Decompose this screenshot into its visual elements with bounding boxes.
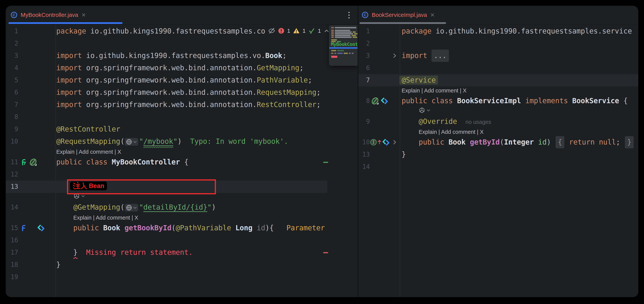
code-line[interactable]: 14 @GetMapping( "detailById/{id}") [6,201,358,214]
folded-imports[interactable]: ... [432,50,449,62]
hint-line[interactable]: Explain | Add comment | X [6,214,358,222]
check-icon[interactable] [308,27,315,34]
code-line[interactable]: 14 [358,160,638,173]
hint-line[interactable]: Explain | Add comment | X [358,128,638,136]
code-line[interactable]: 2 [6,37,358,50]
code-line[interactable]: 17 } Missing return statement. [6,246,358,259]
inspection-widget[interactable]: 1 1 1 [268,26,339,36]
inline-ai-actions[interactable]: Explain | Add comment | X [402,88,466,94]
line-number[interactable]: 11 [6,156,18,168]
code-line[interactable]: 1package io.github.kings1990.fastrequest… [358,25,638,37]
line-number[interactable]: 5 [6,74,18,86]
line-number[interactable]: 2 [358,37,370,50]
line-number[interactable]: 1 [6,25,18,37]
line-number[interactable]: 10 [6,135,18,148]
stripe-mark-green[interactable] [323,162,328,163]
gutter-api-cyan-icon[interactable] [382,138,390,146]
line-number[interactable]: 7 [358,74,370,86]
code-line[interactable]: 4import org.springframework.web.bind.ann… [6,62,358,74]
tab-bookserviceimpl[interactable]: C BookServiceImpl.java [360,6,437,24]
code-line[interactable]: 6 [358,62,638,74]
line-number[interactable]: 14 [358,160,370,173]
line-number[interactable]: 13 [358,148,370,160]
code-line[interactable]: 8 [6,111,358,123]
code-token: public class [56,158,112,166]
line-number[interactable]: 12 [6,168,18,180]
gutter-spring-bean-icon[interactable] [371,96,380,105]
warning-icon[interactable] [293,27,300,34]
line-number[interactable]: 13 [6,180,18,193]
code-line[interactable]: 15 public Book getBookById(@PathVariable… [6,222,358,234]
gutter-api-cyan-icon[interactable] [37,224,45,232]
code-line[interactable]: 7import org.springframework.web.bind.ann… [6,98,358,111]
hint-line[interactable] [358,107,638,116]
line-number[interactable]: 18 [6,259,18,271]
minimap-code-bar [331,35,334,36]
code-line[interactable]: 8 public class BookServiceImpl implement… [358,95,638,107]
warning-count: 1 [302,28,306,34]
line-number[interactable]: 14 [6,201,18,214]
line-number[interactable]: 8 [358,95,370,107]
code-line[interactable]: 16 [6,234,358,246]
code-line[interactable]: 2 [358,37,638,50]
line-number[interactable]: 6 [358,62,370,74]
ai-assistant-icon[interactable] [419,107,431,114]
code-line[interactable]: 9@RestController [6,123,358,135]
stripe-mark-red[interactable] [323,252,328,253]
gutter-spring-bean-icon[interactable] [29,158,38,166]
code-token[interactable]: /mybook [144,137,173,146]
tab-mybookcontroller[interactable]: C MyBookController.java [8,6,88,24]
gutter-impl-circle-icon[interactable]: I [370,138,377,146]
gutter-fastrequest-green-icon[interactable] [20,158,28,166]
inline-ai-actions[interactable]: Explain | Add comment | X [419,129,484,135]
code-line[interactable]: 13} [358,148,638,160]
gutter-fold-arrow-icon[interactable] [391,52,398,59]
code-line[interactable]: 10@RequestMapping( "/mybook")Typo: In wo… [6,135,358,148]
line-number[interactable]: 7 [6,98,18,111]
hint-line[interactable]: Explain | Add comment | X [358,86,638,95]
code-line[interactable]: 7@Service [358,74,638,86]
http-method-globe-pill[interactable] [125,138,138,146]
line-number[interactable]: 16 [6,234,18,246]
line-number[interactable]: 15 [6,222,18,234]
code-line[interactable]: 3import ... [358,50,638,62]
gutter-api-cyan-icon[interactable] [380,97,388,105]
code-line[interactable]: 6import org.springframework.web.bind.ann… [6,86,358,98]
line-number[interactable]: 9 [6,123,18,135]
line-number[interactable]: 4 [6,62,18,74]
line-number[interactable]: 3 [358,50,370,62]
code-line[interactable]: 9 @Overrideno usages [358,116,638,128]
hint-line[interactable]: Explain | Add comment | X [6,148,358,156]
close-icon[interactable] [430,12,435,18]
gutter-fastrequest-blue-icon[interactable] [20,224,28,232]
code-editor-right[interactable]: 1package io.github.kings1990.fastrequest… [358,25,638,297]
code-line[interactable]: 11 public class MyBookController { [6,156,358,168]
line-number[interactable]: 17 [6,246,18,259]
code-line[interactable]: 12 [6,168,358,180]
scrollbar-preview-popup[interactable]: MyBookControll [329,25,358,66]
line-number[interactable]: 6 [6,86,18,98]
line-number[interactable]: 8 [6,111,18,123]
inline-ai-actions[interactable]: Explain | Add comment | X [73,214,138,221]
more-options-kebab-icon[interactable] [348,12,350,18]
error-icon[interactable] [278,28,285,34]
code-line[interactable]: 3import io.github.kings1990.fastrequests… [6,50,358,62]
close-icon[interactable] [81,12,86,18]
inline-ai-actions[interactable]: Explain | Add comment | X [56,149,121,155]
line-number[interactable]: 19 [6,271,18,283]
gutter-fold-arrow-icon[interactable] [391,139,398,146]
code-line[interactable]: 19 [6,271,358,283]
line-number[interactable]: 3 [6,50,18,62]
code-line[interactable]: 5import org.springframework.web.bind.ann… [6,74,358,86]
line-number[interactable]: 10 [358,136,370,148]
code-token[interactable]: detailById/{id} [144,203,207,211]
http-method-globe-pill[interactable] [125,204,138,212]
line-number[interactable]: 1 [358,25,370,37]
line-number[interactable]: 9 [358,116,370,128]
code-line[interactable]: 18} [6,259,358,271]
code-token: getById [470,138,500,146]
code-editor-left[interactable]: 1 1 1 MyBookControll [6,25,358,297]
eye-off-icon[interactable] [268,27,275,34]
code-line[interactable]: 10 I public Book getById(Integer id) { r… [358,136,638,148]
line-number[interactable]: 2 [6,37,18,50]
